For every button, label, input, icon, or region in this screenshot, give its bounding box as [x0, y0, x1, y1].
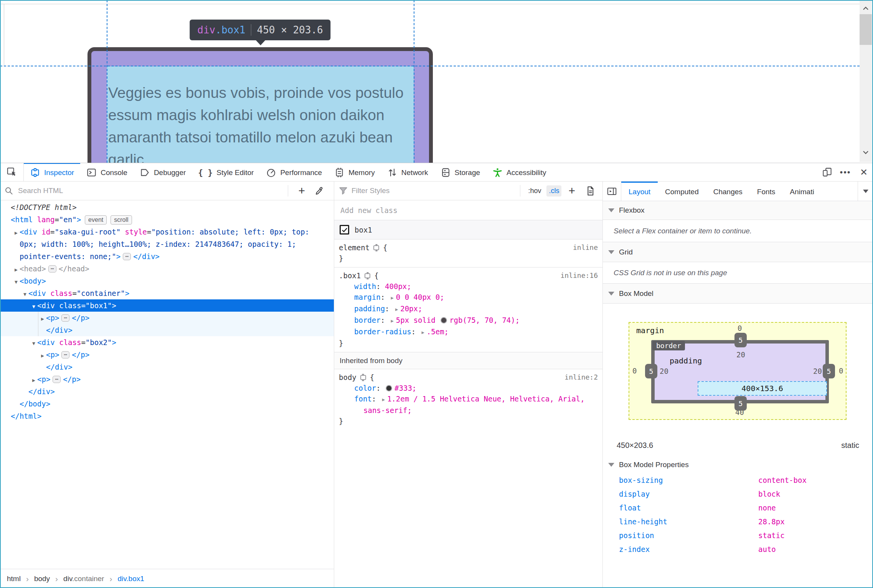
property-name[interactable]: float [619, 504, 758, 512]
add-class-input[interactable]: Add new class [334, 200, 602, 220]
tab-animations[interactable]: Animati [782, 182, 821, 201]
markup-row-box2-p[interactable]: ▶<p>⋯</p> [0, 349, 334, 361]
rule-origin-link[interactable]: inline:2 [564, 372, 598, 383]
css-declaration[interactable]: font: ▶1.2em / 1.5 Helvetica Neue, Helve… [339, 393, 598, 405]
highlight-selector-icon[interactable] [373, 245, 379, 250]
search-input[interactable]: Search HTML [18, 187, 63, 195]
markup-row-head[interactable]: ▶<head>⋯</head> [0, 263, 334, 275]
markup-row-body-close[interactable]: </body> [0, 398, 334, 410]
devtools-menu-button[interactable]: ••• [836, 163, 855, 181]
color-swatch[interactable] [386, 385, 392, 391]
highlight-selector-icon[interactable] [360, 375, 366, 380]
ellipsis-expander[interactable]: ⋯ [53, 376, 61, 383]
property-name[interactable]: z-index [619, 545, 758, 553]
box-model-section-header[interactable]: Box Model [603, 284, 873, 304]
add-node-button[interactable]: + [294, 185, 309, 197]
css-declaration-wrap[interactable]: sans-serif; [339, 405, 598, 416]
border-bottom-value[interactable]: 5 [734, 396, 747, 411]
print-simulation-button[interactable] [585, 186, 596, 196]
markup-row-box1-p[interactable]: ▶<p>⋯</p> [0, 312, 334, 324]
markup-row-saka-wrap2[interactable]: pointer-events: none;">⋯</div> [0, 250, 334, 263]
property-value[interactable]: 28.8px [758, 517, 785, 526]
rule-selector[interactable]: .box1 [339, 270, 361, 281]
border-left-value[interactable]: 5 [645, 364, 657, 378]
highlight-selector-icon[interactable] [365, 273, 370, 278]
markup-row-doctype[interactable]: <!DOCTYPE html> [0, 201, 334, 213]
tab-computed[interactable]: Computed [658, 182, 706, 201]
breadcrumb-item-html[interactable]: html [7, 575, 21, 583]
css-declaration[interactable]: width: 400px; [339, 281, 598, 292]
markup-row-html[interactable]: <html lang="en">eventscroll [0, 213, 334, 226]
css-declaration[interactable]: margin: ▶0 0 40px 0; [339, 292, 598, 303]
tab-accessibility[interactable]: Accessibility [486, 163, 552, 181]
breadcrumb-item-container[interactable]: div.container [63, 575, 104, 583]
property-name[interactable]: display [619, 490, 758, 498]
css-declaration[interactable]: padding: ▶20px; [339, 303, 598, 315]
rule-selector[interactable]: body [339, 372, 356, 383]
add-rule-button[interactable]: + [564, 185, 579, 197]
toggle-pseudo-classes-button[interactable]: :hov [526, 185, 543, 197]
markup-row-box2[interactable]: ▼<div class="box2"> [0, 336, 334, 349]
page-scrollbar[interactable] [860, 1, 872, 162]
flexbox-section-header[interactable]: Flexbox [603, 201, 873, 220]
expand-shorthand-icon[interactable]: ▶ [391, 292, 394, 303]
tab-style-editor[interactable]: { } Style Editor [192, 163, 260, 181]
tab-inspector[interactable]: Inspector [24, 163, 80, 181]
collapse-arrow-icon[interactable]: ▼ [30, 301, 37, 313]
property-name[interactable]: line-height [619, 517, 758, 526]
rule-origin-link[interactable]: inline:16 [560, 270, 598, 281]
markup-row-box1-close[interactable]: </div> [0, 324, 334, 336]
ellipsis-expander[interactable]: ⋯ [123, 253, 131, 260]
margin-right-value[interactable]: 0 [839, 367, 843, 375]
collapse-arrow-icon[interactable]: ▼ [13, 276, 20, 288]
grid-section-header[interactable]: Grid [603, 242, 873, 262]
scroll-badge[interactable]: scroll [111, 215, 132, 225]
scroll-up-icon[interactable] [862, 5, 870, 12]
expand-arrow-icon[interactable]: ▶ [13, 227, 20, 239]
margin-top-value[interactable]: 0 [738, 324, 742, 332]
collapse-arrow-icon[interactable]: ▼ [21, 288, 28, 301]
tab-memory[interactable]: Memory [328, 163, 381, 181]
expand-shorthand-icon[interactable]: ▶ [382, 394, 385, 405]
property-value[interactable]: static [758, 531, 785, 540]
property-name[interactable]: position [619, 531, 758, 540]
markup-row-container[interactable]: ▼<div class="container"> [0, 287, 334, 299]
expand-arrow-icon[interactable]: ▶ [39, 313, 46, 325]
tab-debugger[interactable]: Debugger [134, 163, 192, 181]
tab-storage[interactable]: Storage [434, 163, 487, 181]
page-scrollbar-thumb[interactable] [860, 14, 872, 45]
tab-console[interactable]: Console [80, 163, 134, 181]
css-declaration[interactable]: border: ▶5px solid rgb(75, 70, 74); [339, 315, 598, 326]
tab-layout[interactable]: Layout [621, 182, 658, 201]
property-value[interactable]: block [758, 490, 780, 498]
margin-left-value[interactable]: 0 [632, 367, 637, 375]
border-right-value[interactable]: 5 [823, 364, 835, 378]
box-model-properties-header[interactable]: Box Model Properties [603, 456, 873, 473]
ellipsis-expander[interactable]: ⋯ [48, 265, 56, 273]
box-model-content-region[interactable]: 400×153.6 [698, 381, 827, 396]
ellipsis-expander[interactable]: ⋯ [61, 351, 69, 358]
rule-selector[interactable]: element [339, 242, 370, 253]
devtools-close-button[interactable]: ✕ [855, 163, 873, 181]
tab-performance[interactable]: Performance [260, 163, 328, 181]
event-badge[interactable]: event [85, 215, 107, 225]
expand-arrow-icon[interactable]: ▶ [30, 374, 37, 386]
tab-overflow-button[interactable] [858, 182, 873, 201]
sidebar-toggle-button[interactable] [603, 182, 621, 201]
expand-arrow-icon[interactable]: ▶ [13, 264, 20, 276]
ellipsis-expander[interactable]: ⋯ [61, 314, 69, 322]
scroll-down-icon[interactable] [862, 149, 870, 156]
markup-row-saka-div[interactable]: ▶<div id="saka-gui-root" style="position… [0, 226, 334, 238]
expand-shorthand-icon[interactable]: ▶ [422, 327, 424, 338]
breadcrumb-item-body[interactable]: body [34, 575, 50, 583]
pick-element-button[interactable] [0, 163, 24, 181]
property-value[interactable]: content-box [758, 476, 807, 484]
markup-row-body[interactable]: ▼<body> [0, 275, 334, 287]
tab-network[interactable]: Network [381, 163, 434, 181]
border-top-value[interactable]: 5 [734, 333, 747, 347]
breadcrumb-item-box1[interactable]: div.box1 [117, 575, 144, 583]
markup-row-box2-close[interactable]: </div> [0, 361, 334, 373]
markup-row-saka-wrap[interactable]: 0px; width: 100%; height…100%; z-index: … [0, 238, 334, 250]
property-value[interactable]: auto [758, 545, 776, 553]
css-declaration[interactable]: color: #333; [339, 383, 598, 393]
